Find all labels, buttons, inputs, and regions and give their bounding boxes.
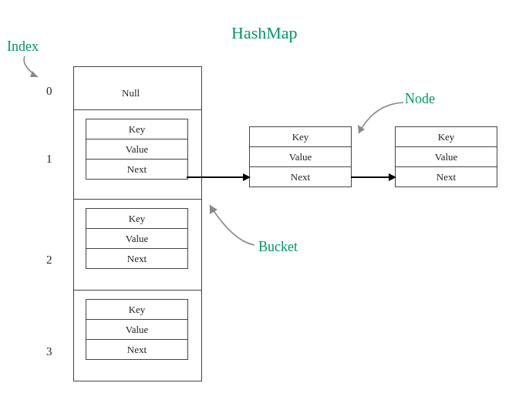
node-key: Key [250, 127, 351, 147]
bucket-3: Key Value Next [74, 291, 201, 381]
node-value: Value [86, 139, 187, 160]
next-arrow-2-head [389, 173, 396, 181]
index-1: 1 [46, 153, 52, 166]
index-arrow [13, 54, 52, 85]
svg-marker-1 [358, 125, 365, 133]
index-label: Index [7, 39, 39, 55]
index-2: 2 [46, 254, 52, 267]
bucket-2: Key Value Next [74, 200, 201, 291]
node-key: Key [86, 209, 187, 229]
bucket-3-node: Key Value Next [86, 299, 188, 360]
bucket-column: Null Key Value Next Key Value Next Key V… [73, 66, 202, 381]
node-value: Value [86, 229, 187, 249]
bucket-arrow [202, 199, 264, 253]
node-next: Next [86, 340, 187, 360]
node-key: Key [396, 127, 497, 147]
bucket-2-node: Key Value Next [86, 208, 188, 269]
null-text: Null [122, 87, 140, 99]
next-arrow-1-line [187, 176, 244, 178]
node-value: Value [86, 320, 187, 340]
svg-marker-2 [210, 205, 217, 214]
next-arrow-2-line [351, 176, 390, 178]
diagram-title: HashMap [231, 23, 298, 43]
node-value: Value [250, 147, 351, 167]
bucket-1: Key Value Next [74, 110, 201, 200]
node-value: Value [396, 147, 497, 167]
node-next: Next [86, 249, 187, 269]
bucket-1-node: Key Value Next [86, 119, 188, 180]
node-key: Key [86, 300, 187, 320]
node-next: Next [396, 167, 497, 187]
index-0: 0 [46, 85, 52, 98]
next-arrow-1-head [243, 173, 251, 181]
index-3: 3 [46, 345, 52, 358]
chain-node-2: Key Value Next [395, 126, 497, 187]
node-key: Key [86, 119, 187, 139]
bucket-label: Bucket [258, 239, 298, 255]
bucket-0: Null [74, 67, 201, 110]
node-next: Next [86, 160, 187, 180]
node-next: Next [250, 167, 351, 187]
chain-node-1: Key Value Next [249, 126, 352, 187]
